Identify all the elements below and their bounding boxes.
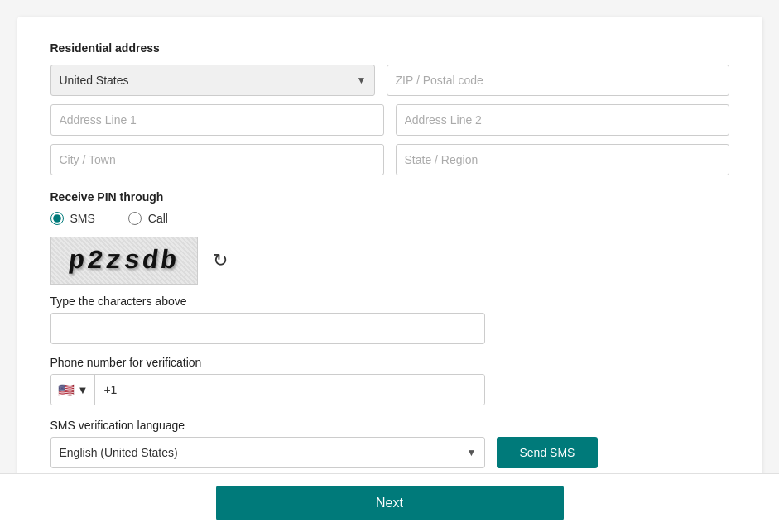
main-form-card: Residential address United StatesCanadaU… — [17, 17, 762, 501]
sms-lang-row: English (United States) Spanish French G… — [50, 437, 729, 468]
type-chars-label: Type the characters above — [50, 295, 729, 308]
sms-label: SMS — [70, 212, 95, 225]
captcha-row: p2zsdb ↻ — [50, 237, 729, 285]
state-input[interactable] — [396, 144, 729, 175]
zip-input[interactable] — [387, 65, 729, 96]
address-line2-input[interactable] — [396, 104, 729, 136]
city-input[interactable] — [50, 144, 384, 175]
captcha-image: p2zsdb — [50, 237, 198, 285]
refresh-captcha-button[interactable]: ↻ — [209, 247, 231, 275]
address-row-3 — [50, 144, 729, 175]
next-button[interactable]: Next — [216, 486, 564, 520]
phone-label: Phone number for verification — [50, 356, 729, 369]
residential-address-label: Residential address — [50, 41, 729, 55]
address-row-1: United StatesCanadaUnited Kingdom ▼ — [50, 65, 729, 96]
country-select[interactable]: United StatesCanadaUnited Kingdom — [50, 65, 375, 96]
bottom-bar: Next — [0, 473, 779, 532]
phone-input[interactable] — [95, 375, 483, 405]
sms-lang-select-wrapper[interactable]: English (United States) Spanish French G… — [50, 437, 485, 468]
sms-lang-label: SMS verification language — [50, 419, 729, 432]
country-select-wrapper[interactable]: United StatesCanadaUnited Kingdom ▼ — [50, 65, 375, 96]
captcha-text: p2zsdb — [66, 246, 180, 276]
receive-pin-section: Receive PIN through SMS Call — [50, 190, 729, 225]
address-line1-input[interactable] — [50, 104, 384, 136]
send-sms-button[interactable]: Send SMS — [497, 437, 599, 468]
sms-radio-option[interactable]: SMS — [50, 212, 95, 225]
receive-pin-label: Receive PIN through — [50, 190, 729, 204]
captcha-input[interactable] — [50, 313, 485, 344]
dropdown-arrow-icon: ▼ — [78, 384, 89, 396]
pin-radio-row: SMS Call — [50, 212, 729, 225]
call-label: Call — [148, 212, 168, 225]
phone-row: 🇺🇸 ▼ — [50, 374, 485, 405]
sms-lang-select[interactable]: English (United States) Spanish French G… — [50, 437, 485, 468]
call-radio-option[interactable]: Call — [128, 212, 168, 225]
flag-icon: 🇺🇸 — [58, 382, 75, 398]
flag-selector[interactable]: 🇺🇸 ▼ — [51, 375, 96, 405]
sms-radio[interactable] — [50, 212, 64, 225]
call-radio[interactable] — [128, 212, 142, 225]
address-row-2 — [50, 104, 729, 136]
